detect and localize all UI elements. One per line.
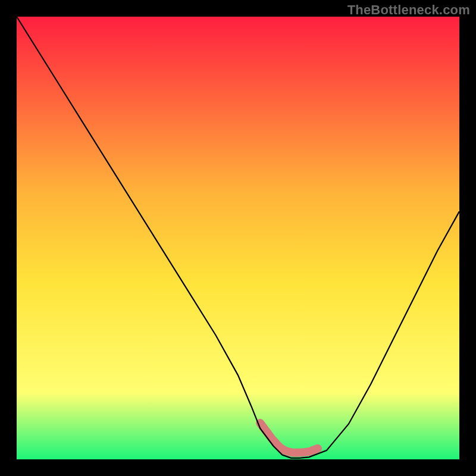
bottleneck-curve-chart [17,17,459,459]
plot-area [17,17,459,459]
gradient-background [17,17,459,459]
watermark-text: TheBottleneck.com [347,2,470,18]
chart-frame: TheBottleneck.com [0,0,476,476]
